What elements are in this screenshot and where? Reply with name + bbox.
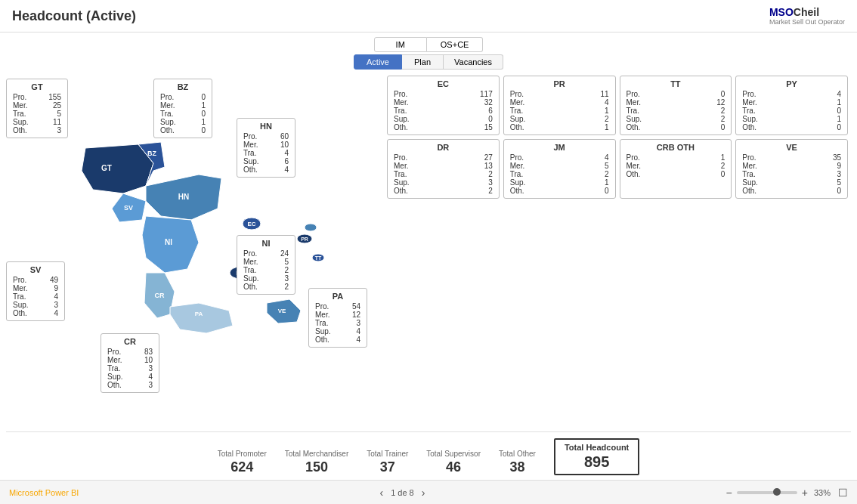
prev-page-btn[interactable]: ‹: [379, 487, 383, 499]
total-promoter-label: Total Promoter: [218, 450, 267, 458]
card-jm: JM Pro.4 Mer.5 Tra.2 Sup.1 Oth.0: [503, 139, 616, 199]
page-title: Headcount (Active): [12, 8, 136, 24]
total-trainer: Total Trainer 37: [367, 450, 408, 475]
card-dr: DR Pro.27 Mer.13 Tra.2 Sup.3 Oth.2: [387, 139, 500, 199]
total-other-value: 38: [499, 459, 536, 475]
card-tt: TT Pro.0 Mer.12 Tra.2 Sup.2 Oth.0: [620, 76, 732, 135]
svg-text:NI: NI: [165, 238, 172, 246]
logo-mso: MSO: [769, 6, 794, 18]
card-ni: NI Pro.24 Mer.5 Tra.2 Sup.3 Oth.2: [237, 235, 295, 295]
card-hn: HN Pro.60 Mer.10 Tra.4 Sup.6 Oth.4: [237, 118, 295, 178]
svg-text:PR: PR: [301, 237, 308, 242]
svg-text:GT: GT: [101, 164, 112, 172]
card-pa: PA Pro.54 Mer.12 Tra.3 Sup.4 Oth.4: [308, 288, 367, 348]
card-gt-title: GT: [13, 82, 61, 91]
svg-text:TT: TT: [315, 255, 322, 261]
powerbi-link[interactable]: Microsoft Power BI: [9, 488, 79, 497]
total-merchandiser-label: Total Merchandiser: [285, 450, 348, 458]
total-promoter-value: 624: [218, 459, 267, 475]
svg-text:EC: EC: [247, 221, 255, 227]
svg-text:HN: HN: [178, 193, 189, 201]
zoom-level: 33%: [814, 488, 831, 497]
total-other: Total Other 38: [499, 450, 536, 475]
total-merchandiser: Total Merchandiser 150: [285, 450, 348, 475]
card-gt: GT Pro.155 Mer.25 Tra.5 Sup.11 Oth.3: [6, 79, 68, 138]
card-py: PY Pro.4 Mer.1 Tra.0 Sup.1 Oth.0: [735, 76, 848, 135]
svg-text:BZ: BZ: [147, 150, 156, 157]
total-trainer-label: Total Trainer: [367, 450, 408, 458]
card-pr: PR Pro.11 Mer.4 Tra.1 Sup.2 Oth.1: [503, 76, 616, 135]
card-bz: BZ Pro.0 Mer.1 Tra.0 Sup.1 Oth.0: [153, 79, 212, 138]
plan-view-btn[interactable]: Plan: [402, 54, 444, 70]
fullscreen-btn[interactable]: ☐: [838, 487, 848, 499]
svg-text:VE: VE: [278, 308, 286, 314]
osce-tab[interactable]: OS+CE: [427, 37, 484, 52]
zoom-plus-icon[interactable]: +: [802, 487, 808, 499]
total-headcount: Total Headcount 895: [554, 438, 639, 475]
logo: MSOCheil Market Sell Out Operator: [769, 6, 845, 26]
total-other-label: Total Other: [499, 450, 536, 458]
svg-point-3: [305, 224, 317, 231]
total-promoter: Total Promoter 624: [218, 450, 267, 475]
card-ec: EC Pro.117 Mer.32 Tra.6 Sup.0 Oth.15: [387, 76, 500, 135]
app-container: Headcount (Active) MSOCheil Market Sell …: [0, 0, 857, 504]
active-view-btn[interactable]: Active: [354, 54, 402, 70]
logo-subtitle: Market Sell Out Operator: [769, 18, 845, 26]
card-ve: VE Pro.35 Mer.9 Tra.3 Sup.5 Oth.0: [735, 139, 848, 199]
totals-bar: Total Promoter 624 Total Merchandiser 15…: [6, 431, 851, 480]
card-cr: CR Pro.83 Mer.10 Tra.3 Sup.4 Oth.3: [101, 333, 159, 393]
footer: Microsoft Power BI ‹ 1 de 8 › − + 33% ☐: [0, 480, 857, 504]
total-trainer-value: 37: [367, 459, 408, 475]
page-indicator: 1 de 8: [391, 488, 414, 497]
zoom-slider[interactable]: [737, 491, 797, 494]
card-crb-oth: CRB OTH Pro.1 Mer.2 Oth.0: [620, 139, 732, 199]
total-merchandiser-value: 150: [285, 459, 348, 475]
total-supervisor-label: Total Supervisor: [426, 450, 481, 458]
card-sv: SV Pro.49 Mer.9 Tra.4 Sup.3 Oth.4: [6, 261, 65, 321]
svg-text:CR: CR: [155, 292, 165, 299]
zoom-minus-icon[interactable]: −: [726, 487, 732, 499]
vacancies-view-btn[interactable]: Vacancies: [444, 54, 503, 70]
svg-text:SV: SV: [124, 204, 133, 212]
logo-cheil: Cheil: [794, 6, 819, 18]
im-tab[interactable]: IM: [374, 37, 427, 52]
total-headcount-value: 895: [565, 453, 629, 471]
header: Headcount (Active) MSOCheil Market Sell …: [0, 0, 857, 32]
map-section: GT Pro.155 Mer.25 Tra.5 Sup.11 Oth.3 BZ …: [6, 73, 384, 428]
svg-text:PA: PA: [195, 311, 203, 317]
total-headcount-label: Total Headcount: [565, 443, 629, 452]
total-supervisor-value: 46: [426, 459, 481, 475]
total-supervisor: Total Supervisor 46: [426, 450, 481, 475]
next-page-btn[interactable]: ›: [422, 487, 425, 499]
